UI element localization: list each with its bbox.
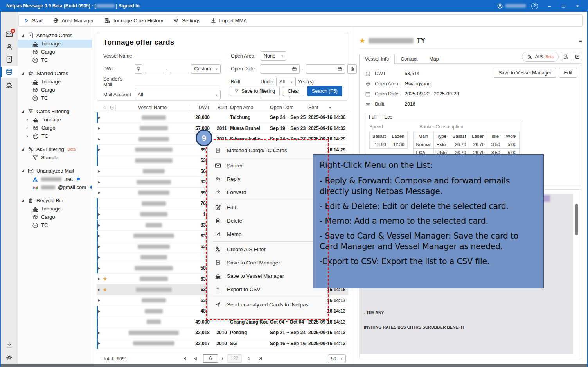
card-history-button[interactable] [561,52,570,61]
row-expand-icon[interactable]: ▶ [97,169,102,173]
account-icon[interactable] [497,3,503,9]
sort-desc-icon[interactable]: ▼ [329,106,332,110]
help-button[interactable]: ? [531,3,538,9]
toolbar-button-import-mma[interactable]: Import MMA [210,18,247,23]
maximize-button[interactable]: □ [557,1,569,11]
clear-dates-button[interactable] [347,64,357,74]
sidebar-item-cargo[interactable]: Cargo [18,86,92,94]
rail-item-cardsdb[interactable] [1,66,18,78]
menu-item-edit[interactable]: Edit [208,201,327,214]
favorite-star-icon[interactable]: ★ [359,36,365,45]
search-button[interactable]: Search (F5) [307,86,342,96]
menu-item-delete[interactable]: Delete [208,214,327,227]
dwt-max-input[interactable] [170,65,189,73]
vessel-name-input[interactable] [135,52,221,60]
open-date-column-header[interactable]: Open Date [268,105,306,111]
sidebar-item-cargo[interactable]: Cargo [18,48,92,56]
menu-item-source[interactable]: Source [208,159,327,172]
last-page-button[interactable] [257,355,264,362]
open-area-select[interactable]: None∨ [261,51,286,61]
row-expand-icon[interactable]: ▶ [97,288,102,291]
sidebar-section-recycle-bin[interactable]: ◢Recycle Bin [18,196,92,205]
open-date-to-input[interactable] [306,64,345,74]
dwt-settings-button[interactable] [135,64,142,74]
menu-item-send-unanalyzed-cards-to-netpas-[interactable]: Send unanalyzed Cards to 'Netpas' [208,298,327,311]
toolbar-button-tonnage-open-history[interactable]: Tonnage Open History [104,18,163,23]
scrollbar-thumb[interactable] [575,204,578,235]
close-button[interactable]: × [572,1,583,11]
tab-map[interactable]: Map [423,54,444,64]
toolbar-button-area-manager[interactable]: Area Manager [53,18,94,23]
page-size-select[interactable]: 50∨ [328,354,346,363]
sidebar-item-tc[interactable]: ▸TCTC [18,132,92,140]
menu-item-export-to-csv[interactable]: Export to CSV [208,282,327,296]
dwt-column-header[interactable]: DWT [189,105,210,111]
row-star-icon[interactable]: ★ [102,276,108,282]
sent-column-header[interactable]: Sent▼ [306,105,345,111]
rail-item-cardspade[interactable] [1,53,18,65]
menu-item-memo[interactable]: Memo [208,227,327,241]
dwt-min-input[interactable] [145,65,164,73]
toolbar-button-settings[interactable]: Settings [173,18,200,23]
sidebar-item-tonnage[interactable]: Tonnage [18,205,92,213]
vessel-name-column-header[interactable]: Vessel Name [116,105,189,111]
sidebar-section-analyzed-cards[interactable]: ◢Analyzed Cards [18,31,92,40]
row-expand-icon[interactable]: ▶ [97,126,102,130]
row-expand-icon[interactable]: ▶ [97,137,102,141]
sidebar-item-tonnage[interactable]: Tonnage [18,77,92,86]
row-star-icon[interactable]: ★ [102,287,108,293]
sidebar-item-tc[interactable]: TCTC [18,56,92,64]
ais-button[interactable]: AIS Beta [522,52,559,62]
sidebar-item-tonnage[interactable]: ▸Tonnage [18,115,92,124]
sidebar-item-tc[interactable]: TCTC [18,221,92,229]
menu-item-reply[interactable]: Reply [208,172,327,185]
rail-item-import[interactable] [1,339,18,351]
sidebar-item-sample[interactable]: Sample [18,153,92,162]
clear-button[interactable]: Clear [283,86,304,96]
sidebar-section-unanalyzed-mail[interactable]: ◢Unanalyzed Mail [18,167,92,175]
sidebar-section-cards-filtering[interactable]: ◢Cards Filtering [18,107,92,115]
row-expand-icon[interactable]: ▶ [97,299,102,302]
senders-mail-input[interactable] [135,77,221,86]
menu-item-save-to-card-manager[interactable]: Save to Card Manager [208,256,327,269]
subtab-eco[interactable]: Eco [380,113,396,121]
minimize-button[interactable]: – [543,1,555,11]
memo-column-header[interactable] [108,105,116,111]
table-row[interactable]: ▶57,0002011Muara BruneiSep 19 ~ Sep 2320… [97,123,348,134]
menu-item-save-to-vessel-manager[interactable]: Save to Vessel Manager [208,269,327,282]
built-column-header[interactable]: Built [210,105,227,111]
edit-button[interactable]: Edit [559,68,577,78]
save-to-vessel-manager-button[interactable]: Save to Vessel Manager [494,68,556,78]
menu-item-create-ais-filter[interactable]: Create AIS Filter [208,243,327,256]
tab-contact[interactable]: Contact [395,54,423,64]
toolbar-button-start[interactable]: Start [23,18,43,23]
tab-vessel-info[interactable]: Vessel Info [359,54,395,64]
sidebar-item-mail-account[interactable]: @gmail.com [18,183,92,191]
dwt-preset-select[interactable]: Custom∨ [191,64,221,74]
page-number-input[interactable]: 6 [203,354,218,363]
sidebar-item-mail-account[interactable]: .net [18,175,92,183]
open-date-from-input[interactable] [261,64,300,74]
rail-item-ship[interactable] [1,78,18,90]
rail-item-person[interactable] [1,41,18,53]
star-column-header[interactable]: ☆ [102,105,108,111]
sidebar-item-cargo[interactable]: ▸Cargo [18,124,92,132]
next-page-button[interactable] [246,355,253,362]
row-expand-icon[interactable]: ▶ [97,180,102,184]
row-expand-icon[interactable]: ▶ [97,277,102,281]
save-to-filtering-button[interactable]: Save to filtering [230,86,280,96]
rail-item-gear[interactable] [1,351,18,363]
first-page-button[interactable] [181,355,188,362]
mail-account-select[interactable]: All∨ [135,90,221,99]
built-select[interactable]: All∨ [276,77,296,86]
menu-item-matched-cargo-tc-cards[interactable]: Matched Cargo/TC Cards [208,144,327,157]
row-expand-icon[interactable]: ▶ [97,191,102,194]
sidebar-item-tc[interactable]: TCTC [18,94,92,102]
sidebar-section-starred-cards[interactable]: ◢Starred Cards [18,69,92,77]
sidebar-item-cargo[interactable]: Cargo [18,213,92,221]
sidebar-section-ais-filtering[interactable]: ◢AIS FilteringBeta [18,145,92,153]
subtab-full[interactable]: Full [365,113,380,121]
table-row[interactable]: ▶32,0172010SGSep 16 ~ Sep 162025-09-16 1… [97,338,348,349]
memo-button[interactable] [573,52,582,61]
menu-item-forward[interactable]: Forward [208,185,327,199]
